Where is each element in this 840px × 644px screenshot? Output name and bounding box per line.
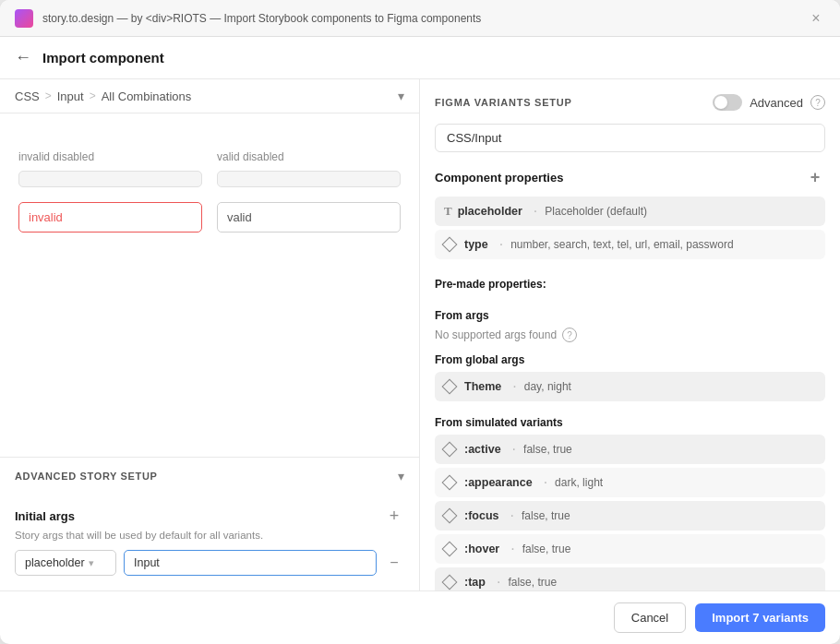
from-global-args-title: From global args — [435, 353, 825, 366]
arg-row: placeholder ▾ − — [15, 550, 404, 576]
advanced-setup-body: Initial args + Story args that will be u… — [0, 495, 419, 590]
simulated-focus-name: :focus — [464, 509, 499, 522]
property-placeholder: T placeholder · Placeholder (default) — [435, 197, 825, 226]
no-args-text: No supported args found — [435, 328, 557, 341]
invalid-disabled-label: invalid disabled — [18, 150, 202, 163]
breadcrumb-sep-2: > — [90, 89, 96, 102]
text-type-icon: T — [444, 204, 452, 219]
back-button[interactable]: ← — [15, 48, 31, 67]
premade-properties-title: Pre-made properties: — [435, 278, 825, 291]
preview-card-invalid-disabled: invalid disabled — [18, 150, 202, 187]
component-properties-section: Component properties + — [435, 167, 825, 187]
right-panel: FIGMA VARIANTS SETUP Advanced ? Componen… — [420, 79, 840, 590]
diamond-appearance-icon — [442, 475, 458, 491]
global-arg-theme: Theme · day, night — [435, 372, 825, 401]
global-arg-theme-value: day, night — [524, 380, 571, 393]
diamond-focus-icon — [442, 508, 458, 524]
simulated-focus-value: false, true — [522, 509, 570, 522]
simulated-hover: :hover · false, true — [435, 534, 825, 564]
simulated-active-name: :active — [464, 443, 501, 456]
toggle-knob — [714, 96, 727, 109]
diamond-active-icon — [442, 442, 458, 458]
simulated-tap-value: false, true — [508, 576, 557, 589]
prop-type-name: type — [464, 238, 488, 251]
advanced-setup-chevron: ▾ — [398, 469, 404, 483]
preview-card-valid: valid — [217, 202, 401, 233]
advanced-setup-header[interactable]: ADVANCED STORY SETUP ▾ — [0, 458, 419, 495]
figma-panel-title: FIGMA VARIANTS SETUP — [435, 97, 572, 108]
component-properties-title: Component properties — [435, 171, 563, 185]
preview-card-invalid: invalid — [18, 202, 202, 233]
simulated-active-value: false, true — [523, 443, 572, 456]
breadcrumb: CSS > Input > All Combinations ▾ — [0, 79, 419, 113]
add-initial-arg-button[interactable]: + — [384, 506, 404, 526]
simulated-appearance-value: dark, light — [555, 476, 603, 489]
page-title: Import component — [42, 50, 164, 66]
simulated-hover-name: :hover — [464, 543, 499, 555]
titlebar: story.to.design — by <div>RIOTS — Import… — [0, 0, 840, 37]
advanced-toggle-label: Advanced — [750, 96, 803, 110]
component-name-input[interactable] — [435, 124, 825, 152]
app-logo — [15, 9, 33, 28]
diamond-theme-icon — [442, 379, 458, 395]
arg-key-label: placeholder — [25, 556, 85, 569]
prop-type-value: number, search, text, tel, url, email, p… — [510, 238, 733, 251]
simulated-appearance: :appearance · dark, light — [435, 468, 825, 497]
initial-args-header: Initial args + — [15, 506, 404, 526]
from-simulated-title: From simulated variants — [435, 416, 825, 429]
arg-select-chevron: ▾ — [89, 557, 94, 569]
initial-args-title: Initial args — [15, 509, 75, 523]
advanced-setup-title: ADVANCED STORY SETUP — [15, 471, 158, 482]
preview-area: invalid disabled valid disabled invalid … — [0, 113, 419, 457]
titlebar-title: story.to.design — by <div>RIOTS — Import… — [42, 12, 807, 25]
left-panel: CSS > Input > All Combinations ▾ invalid… — [0, 79, 420, 590]
page-header: ← Import component — [0, 37, 840, 79]
figma-advanced-controls: Advanced ? — [713, 94, 825, 111]
simulated-active: :active · false, true — [435, 435, 825, 464]
arg-value-input[interactable] — [124, 550, 377, 576]
valid-disabled-label: valid disabled — [217, 150, 401, 163]
main-content: CSS > Input > All Combinations ▾ invalid… — [0, 79, 840, 590]
preview-grid: invalid disabled valid disabled invalid … — [18, 150, 401, 233]
property-type: type · number, search, text, tel, url, e… — [435, 230, 825, 259]
import-button[interactable]: Import 7 variants — [695, 603, 825, 632]
invalid-input[interactable]: invalid — [18, 202, 202, 233]
advanced-story-setup: ADVANCED STORY SETUP ▾ Initial args + St… — [0, 457, 419, 590]
global-arg-theme-name: Theme — [464, 380, 501, 393]
diamond-type-icon — [442, 237, 458, 253]
initial-args-description: Story args that will be used by default … — [15, 530, 404, 541]
arg-key-select[interactable]: placeholder ▾ — [15, 550, 116, 576]
from-args-title: From args — [435, 309, 825, 322]
prop-placeholder-name: placeholder — [458, 205, 522, 218]
close-button[interactable]: × — [807, 9, 825, 28]
no-args-message: No supported args found ? — [435, 328, 825, 342]
diamond-hover-icon — [442, 542, 458, 557]
simulated-tap-name: :tap — [464, 576, 486, 589]
breadcrumb-input[interactable]: Input — [57, 89, 84, 103]
figma-header: FIGMA VARIANTS SETUP Advanced ? — [435, 94, 825, 111]
simulated-tap: :tap · false, true — [435, 567, 825, 590]
cancel-button[interactable]: Cancel — [614, 602, 686, 633]
no-args-info-icon[interactable]: ? — [562, 328, 577, 342]
valid-input[interactable]: valid — [217, 202, 401, 233]
breadcrumb-all-combinations[interactable]: All Combinations — [102, 89, 192, 103]
remove-arg-button[interactable]: − — [384, 553, 404, 573]
simulated-focus: :focus · false, true — [435, 501, 825, 531]
app-window: story.to.design — by <div>RIOTS — Import… — [0, 0, 840, 644]
breadcrumb-dropdown-icon[interactable]: ▾ — [398, 89, 404, 103]
advanced-toggle[interactable] — [713, 94, 742, 111]
simulated-hover-value: false, true — [522, 543, 571, 555]
diamond-tap-icon — [442, 575, 458, 590]
invalid-disabled-input — [18, 171, 202, 187]
prop-placeholder-value: Placeholder (default) — [545, 205, 647, 218]
breadcrumb-sep-1: > — [45, 89, 52, 102]
simulated-appearance-name: :appearance — [464, 476, 533, 489]
add-property-button[interactable]: + — [805, 167, 825, 187]
preview-card-valid-disabled: valid disabled — [217, 150, 401, 187]
advanced-info-icon[interactable]: ? — [810, 95, 825, 110]
valid-disabled-input — [217, 171, 401, 187]
footer: Cancel Import 7 variants — [0, 590, 840, 644]
breadcrumb-css[interactable]: CSS — [15, 89, 40, 103]
